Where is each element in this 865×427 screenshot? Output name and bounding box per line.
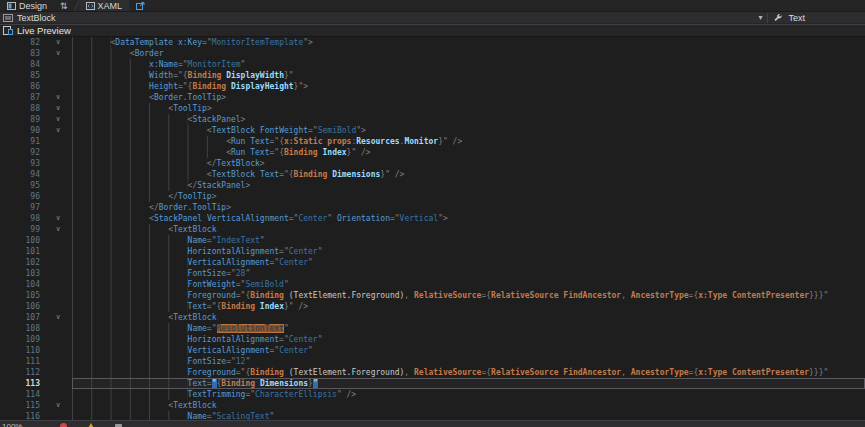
fold-chevron-icon[interactable]: ∨ — [44, 37, 72, 48]
code-line[interactable]: 92 <Run Text="{Binding Index}" /> — [0, 147, 865, 158]
code-line[interactable]: 99∨ <TextBlock — [0, 224, 865, 235]
fold-chevron-icon[interactable]: ∨ — [44, 48, 72, 59]
code-token: " — [308, 346, 313, 355]
code-line[interactable]: 87∨ <Border.ToolTip> — [0, 92, 865, 103]
code-token: ContentPresenter — [732, 291, 809, 300]
separator — [767, 13, 768, 23]
warning-icon[interactable] — [87, 423, 95, 427]
code-line[interactable]: 102 VerticalAlignment="Center" — [0, 257, 865, 268]
code-line[interactable]: 95 </StackPanel> — [0, 180, 865, 191]
fold-chevron-icon[interactable]: ∨ — [44, 125, 72, 136]
code-content: <StackPanel> — [72, 114, 865, 125]
code-line[interactable]: 100 Name="IndexText" — [0, 235, 865, 246]
code-line[interactable]: 94 <TextBlock Text="{Binding Dimensions}… — [0, 169, 865, 180]
code-token: Border — [135, 49, 164, 58]
code-token: Monitor — [404, 137, 438, 146]
swap-panes-icon[interactable]: ⇅ — [54, 0, 74, 12]
tab-xaml[interactable]: XAML — [79, 0, 130, 11]
code-line[interactable]: 98∨ <StackPanel VerticalAlignment="Cente… — [0, 213, 865, 224]
popout-button[interactable] — [129, 0, 152, 11]
line-number: 115 — [0, 400, 44, 411]
live-preview-header[interactable]: Live Preview — [0, 24, 865, 37]
code-line[interactable]: 93 </TextBlock> — [0, 158, 865, 169]
code-token: Dimensions — [332, 170, 380, 179]
fold-spacer — [44, 147, 72, 158]
chevron-down-icon[interactable]: ▾ — [758, 13, 762, 22]
indent-guides — [72, 235, 188, 246]
code-line[interactable]: 88∨ <ToolTip> — [0, 103, 865, 114]
fold-chevron-icon[interactable]: ∨ — [44, 213, 72, 224]
code-line[interactable]: 101 HorizontalAlignment="Center" — [0, 246, 865, 257]
property-label[interactable]: Text — [788, 13, 805, 23]
fold-spacer — [44, 191, 72, 202]
code-token: =" — [308, 126, 318, 135]
design-icon — [7, 2, 16, 10]
fold-spacer — [44, 378, 72, 389]
zoom-level[interactable]: 100% — [2, 422, 42, 427]
code-line[interactable]: 84 x:Name="MonitorItem" — [0, 59, 865, 70]
breadcrumb[interactable]: TextBlock — [0, 13, 758, 23]
code-line[interactable]: 104 FontWeight="SemiBold" — [0, 279, 865, 290]
code-line[interactable]: 112 Foreground="{Binding (TextElement.Fo… — [0, 367, 865, 378]
code-token: Center — [298, 214, 327, 223]
code-token: ={ — [481, 368, 491, 377]
code-line[interactable]: 86 Height="{Binding DisplayHeight}"> — [0, 81, 865, 92]
code-token: TextBlock — [173, 313, 216, 322]
code-token: " /> — [337, 390, 356, 399]
message-icon[interactable] — [115, 424, 122, 427]
code-line[interactable]: 83∨ <Border — [0, 48, 865, 59]
code-token: Run — [231, 137, 245, 146]
fold-chevron-icon[interactable]: ∨ — [44, 224, 72, 235]
code-editor[interactable]: 82∨ <DataTemplate x:Key="MonitorItemTemp… — [0, 37, 865, 423]
code-token: (TextElement.Foreground) — [289, 291, 405, 300]
line-number: 84 — [0, 59, 44, 70]
code-token: ="{ — [270, 137, 284, 146]
fold-chevron-icon[interactable]: ∨ — [44, 400, 72, 411]
code-line[interactable]: 90∨ <TextBlock FontWeight="SemiBold"> — [0, 125, 865, 136]
code-line[interactable]: 114 TextTrimming="CharacterEllipsis" /> — [0, 389, 865, 400]
code-line[interactable]: 91 <Run Text="{x:Static props:Resources.… — [0, 136, 865, 147]
code-line[interactable]: 110 VerticalAlignment="Center" — [0, 345, 865, 356]
tab-design[interactable]: Design — [0, 0, 54, 11]
code-line[interactable]: 96 </ToolTip> — [0, 191, 865, 202]
code-line[interactable]: 108 Name="ResolutionText" — [0, 323, 865, 334]
code-content: <Border.ToolTip> — [72, 92, 865, 103]
code-token: TextBlock — [173, 401, 216, 410]
line-number: 114 — [0, 389, 44, 400]
code-line[interactable]: 97 </Border.ToolTip> — [0, 202, 865, 213]
code-line[interactable]: 106 Text="{Binding Index}" /> — [0, 301, 865, 312]
code-token: Text — [260, 170, 279, 179]
fold-chevron-icon[interactable]: ∨ — [44, 312, 72, 323]
code-token: StackPanel — [192, 115, 240, 124]
fold-chevron-icon[interactable]: ∨ — [44, 92, 72, 103]
code-token: ={ — [481, 291, 491, 300]
code-token: CharacterEllipsis — [255, 390, 337, 399]
code-token: }}}" — [809, 291, 828, 300]
fold-chevron-icon[interactable]: ∨ — [44, 114, 72, 125]
code-token: ToolTip — [178, 192, 212, 201]
code-content: Height="{Binding DisplayHeight}"> — [72, 81, 865, 92]
code-token: Center — [279, 346, 308, 355]
code-line[interactable]: 107∨ <TextBlock — [0, 312, 865, 323]
fold-spacer — [44, 356, 72, 367]
code-line[interactable]: 105 Foreground="{Binding (TextElement.Fo… — [0, 290, 865, 301]
code-token: Binding — [192, 82, 226, 91]
code-line[interactable]: 89∨ <StackPanel> — [0, 114, 865, 125]
line-number: 88 — [0, 103, 44, 114]
code-line[interactable]: 113 Text="{Binding Dimensions}" — [0, 378, 865, 389]
code-line[interactable]: 111 FontSize="12" — [0, 356, 865, 367]
code-line[interactable]: 109 HorizontalAlignment="Center" — [0, 334, 865, 345]
code-token: (TextElement.Foreground) — [289, 368, 405, 377]
fold-chevron-icon[interactable]: ∨ — [44, 103, 72, 114]
code-line[interactable]: 115∨ <TextBlock — [0, 400, 865, 411]
code-line[interactable]: 103 FontSize="28" — [0, 268, 865, 279]
line-number: 85 — [0, 70, 44, 81]
code-content: <StackPanel VerticalAlignment="Center" O… — [72, 213, 865, 224]
indent-guides — [72, 334, 188, 345]
code-line[interactable]: 85 Width="{Binding DisplayWidth}" — [0, 70, 865, 81]
indent-guides — [72, 59, 149, 70]
code-line[interactable]: 82∨ <DataTemplate x:Key="MonitorItemTemp… — [0, 37, 865, 48]
error-icon[interactable] — [60, 423, 67, 427]
code-token: FindAncestor — [563, 368, 621, 377]
fold-spacer — [44, 257, 72, 268]
